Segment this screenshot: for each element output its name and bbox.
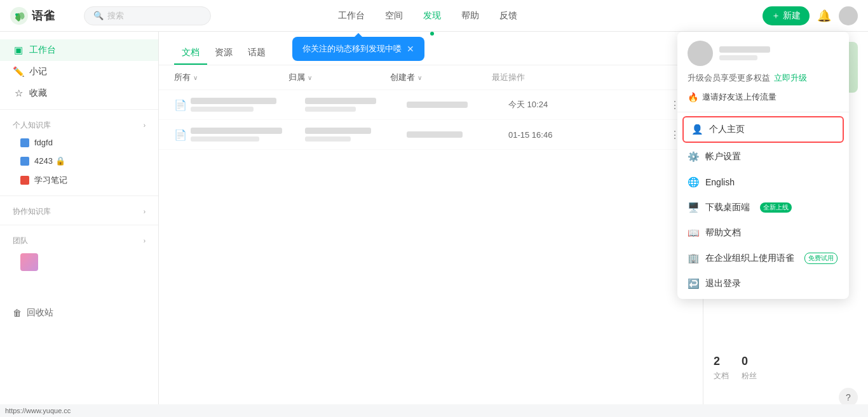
menu-label-enterprise: 在企业组织上使用语雀 bbox=[705, 253, 794, 264]
divider-3 bbox=[0, 225, 158, 225]
tooltip-bubble: 你关注的动态移到发现中喽 ✕ bbox=[292, 37, 424, 61]
filter-all-label: 所有 bbox=[174, 72, 191, 83]
filter-belong[interactable]: 归属 ∨ bbox=[288, 72, 390, 83]
new-button-label: 新建 bbox=[783, 10, 801, 22]
table-row[interactable]: 📄 今天 10:24 ⋮ bbox=[159, 90, 703, 120]
user-name-bar bbox=[719, 46, 770, 53]
content-tabs: 文档 资源 话题 bbox=[159, 32, 703, 65]
tooltip-close[interactable]: ✕ bbox=[407, 44, 414, 54]
search-bar[interactable]: 🔍 搜索 bbox=[84, 6, 211, 25]
trash-label: 回收站 bbox=[27, 307, 53, 319]
dropdown-user-info bbox=[719, 46, 839, 60]
tab-docs[interactable]: 文档 bbox=[174, 42, 207, 65]
team-label: 团队 bbox=[13, 235, 28, 246]
header-col-belong: 归属 ∨ bbox=[288, 72, 390, 83]
invite-row[interactable]: 🔥 邀请好友送上传流量 bbox=[688, 89, 839, 105]
tab-topics[interactable]: 话题 bbox=[240, 42, 273, 65]
sidebar-item-workbench[interactable]: ▣ 工作台 bbox=[0, 39, 158, 61]
upgrade-link[interactable]: 立即升级 bbox=[774, 72, 807, 84]
personal-kb-label: 个人知识库 bbox=[13, 120, 51, 131]
filter-creator-arrow: ∨ bbox=[417, 74, 422, 81]
team-section: 团队 › bbox=[0, 230, 158, 249]
nav-space[interactable]: 空间 bbox=[376, 5, 412, 27]
stat-fans-num: 0 bbox=[742, 355, 757, 368]
recent-cell-2: 01-15 16:46 bbox=[508, 130, 662, 140]
sidebar-label-workbench: 工作台 bbox=[29, 44, 56, 56]
doc-title-bar-1b bbox=[191, 107, 254, 112]
sidebar-item-notes[interactable]: ✏️ 小记 bbox=[0, 61, 158, 83]
personal-kb-arrow[interactable]: › bbox=[144, 122, 146, 129]
dropdown-menu: 升级会员享受更多权益 立即升级 🔥 邀请好友送上传流量 👤 个人主页 ⚙️ 帐户… bbox=[677, 32, 849, 299]
kb-label-4243: 4243 🔒 bbox=[34, 156, 65, 166]
menu-item-enterprise[interactable]: 🏢 在企业组织上使用语雀 免费试用 bbox=[677, 246, 849, 271]
kb-study-notes[interactable]: 学习笔记 bbox=[0, 170, 158, 190]
kb-fdgfd[interactable]: fdgfd bbox=[0, 133, 158, 152]
stat-fans-label: 粉丝 bbox=[742, 371, 757, 381]
kb-label-fdgfd: fdgfd bbox=[34, 138, 53, 147]
trash-section: 🗑 回收站 bbox=[0, 301, 158, 325]
badge-new: 全新上线 bbox=[760, 202, 792, 213]
nav-workbench[interactable]: 工作台 bbox=[329, 5, 374, 27]
app-name: 语雀 bbox=[32, 8, 55, 23]
invite-text: 邀请好友送上传流量 bbox=[702, 91, 776, 103]
header-actions: ＋ 新建 🔔 bbox=[763, 6, 858, 25]
nav-help[interactable]: 帮助 bbox=[452, 5, 488, 27]
dropdown-header: 升级会员享受更多权益 立即升级 🔥 邀请好友送上传流量 bbox=[677, 32, 849, 112]
download-icon: 🖥️ bbox=[688, 202, 699, 213]
language-icon: 🌐 bbox=[688, 176, 699, 188]
search-icon: 🔍 bbox=[93, 11, 104, 20]
sidebar-label-notes: 小记 bbox=[29, 66, 47, 77]
sidebar-item-favorites[interactable]: ☆ 收藏 bbox=[0, 83, 158, 104]
nav-discover[interactable]: 发现 bbox=[414, 5, 450, 27]
doc-title-bar-1a bbox=[191, 98, 276, 104]
filter-belong-label: 归属 bbox=[288, 72, 305, 83]
creator-cell-1 bbox=[407, 102, 508, 108]
header: 语雀 🔍 搜索 工作台 空间 发现 帮助 反馈 ＋ 新建 🔔 bbox=[0, 0, 868, 32]
tooltip-arrow bbox=[355, 33, 362, 37]
table-row[interactable]: 📄 01-15 16:46 ⋮ bbox=[159, 120, 703, 150]
menu-label-language: English bbox=[705, 177, 735, 187]
sidebar-item-trash[interactable]: 🗑 回收站 bbox=[0, 301, 158, 325]
team-item[interactable] bbox=[0, 249, 158, 275]
kb-4243[interactable]: 4243 🔒 bbox=[0, 152, 158, 170]
filter-creator[interactable]: 创建者 ∨ bbox=[390, 72, 492, 83]
profile-icon: 👤 bbox=[691, 124, 703, 135]
logo[interactable]: 语雀 bbox=[10, 7, 74, 25]
stats-row: 2 文档 0 粉丝 bbox=[703, 345, 767, 392]
stat-docs-label: 文档 bbox=[714, 371, 729, 381]
menu-item-language[interactable]: 🌐 English bbox=[677, 169, 849, 195]
menu-item-logout[interactable]: ↩️ 退出登录 bbox=[677, 271, 849, 296]
fire-icon: 🔥 bbox=[688, 92, 698, 102]
team-arrow[interactable]: › bbox=[144, 237, 146, 244]
nav-feedback[interactable]: 反馈 bbox=[491, 5, 526, 27]
settings-icon: ⚙️ bbox=[688, 151, 699, 162]
menu-item-download[interactable]: 🖥️ 下载桌面端 全新上线 bbox=[677, 195, 849, 220]
menu-item-account[interactable]: ⚙️ 帐户设置 bbox=[677, 144, 849, 169]
kb-dot-fdgfd bbox=[20, 138, 29, 147]
bell-icon[interactable]: 🔔 bbox=[817, 9, 831, 23]
filter-all-arrow: ∨ bbox=[193, 74, 198, 81]
team-avatar bbox=[20, 253, 38, 271]
main-content: 文档 资源 话题 所有 ∨ 归属 ∨ bbox=[159, 32, 703, 417]
menu-label-profile: 个人主页 bbox=[709, 124, 745, 135]
notes-icon: ✏️ bbox=[13, 66, 24, 77]
logo-icon bbox=[10, 7, 28, 25]
filter-all[interactable]: 所有 ∨ bbox=[174, 72, 288, 83]
kb-label-study: 学习笔记 bbox=[34, 175, 67, 186]
tab-resources[interactable]: 资源 bbox=[207, 42, 240, 65]
filter-belong-arrow: ∨ bbox=[308, 74, 312, 81]
creator-cell-2 bbox=[407, 131, 508, 138]
menu-item-profile[interactable]: 👤 个人主页 bbox=[682, 116, 844, 143]
stat-docs: 2 文档 bbox=[714, 355, 729, 381]
book-icon: 📖 bbox=[688, 227, 699, 239]
tooltip-text: 你关注的动态移到发现中喽 bbox=[302, 43, 402, 55]
menu-item-helpdocs[interactable]: 📖 帮助文档 bbox=[677, 220, 849, 246]
new-button[interactable]: ＋ 新建 bbox=[763, 6, 810, 25]
collab-kb-section: 协作知识库 › bbox=[0, 201, 158, 220]
stat-fans: 0 粉丝 bbox=[742, 355, 757, 381]
collab-kb-arrow[interactable]: › bbox=[144, 208, 146, 215]
avatar[interactable] bbox=[839, 6, 858, 25]
trash-icon: 🗑 bbox=[13, 308, 22, 318]
sidebar-label-favorites: 收藏 bbox=[29, 88, 47, 99]
badge-trial: 免费试用 bbox=[804, 253, 837, 264]
